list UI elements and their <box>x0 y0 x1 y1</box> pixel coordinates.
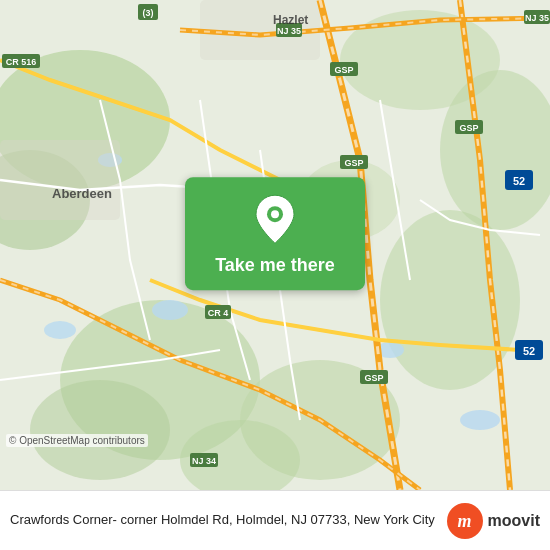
cta-label: Take me there <box>215 255 335 276</box>
svg-text:NJ 35: NJ 35 <box>277 26 301 36</box>
svg-point-13 <box>44 321 76 339</box>
svg-point-11 <box>152 300 188 320</box>
svg-rect-16 <box>0 140 120 220</box>
map-view: CR 516 NJ 35 NJ 35 GSP GSP GSP GSP 52 52… <box>0 0 550 490</box>
moovit-icon: m <box>447 503 483 539</box>
bottom-bar: Crawfords Corner- corner Holmdel Rd, Hol… <box>0 490 550 550</box>
svg-text:GSP: GSP <box>344 158 363 168</box>
svg-text:NJ 35: NJ 35 <box>525 13 549 23</box>
svg-point-9 <box>30 380 170 480</box>
svg-point-14 <box>460 410 500 430</box>
svg-text:(3): (3) <box>143 8 154 18</box>
svg-point-45 <box>271 210 279 218</box>
moovit-logo: m moovit <box>447 503 540 539</box>
moovit-brand-label: moovit <box>488 512 540 530</box>
svg-text:Aberdeen: Aberdeen <box>52 186 112 201</box>
address-text: Crawfords Corner- corner Holmdel Rd, Hol… <box>10 512 437 529</box>
svg-text:GSP: GSP <box>459 123 478 133</box>
svg-text:Hazlet: Hazlet <box>273 13 308 27</box>
svg-text:GSP: GSP <box>334 65 353 75</box>
map-attribution: © OpenStreetMap contributors <box>6 434 148 447</box>
svg-text:NJ 34: NJ 34 <box>192 456 216 466</box>
svg-text:GSP: GSP <box>364 373 383 383</box>
svg-text:52: 52 <box>513 175 525 187</box>
svg-text:CR 516: CR 516 <box>6 57 37 67</box>
take-me-there-button[interactable]: Take me there <box>185 177 365 290</box>
svg-text:CR 4: CR 4 <box>208 308 229 318</box>
svg-text:52: 52 <box>523 345 535 357</box>
location-pin-icon <box>254 193 296 249</box>
